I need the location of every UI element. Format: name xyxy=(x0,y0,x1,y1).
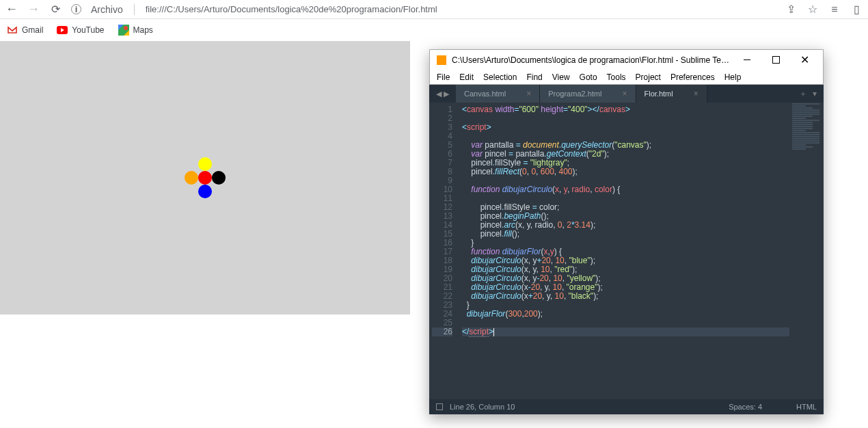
bookmark-label: Gmail xyxy=(22,25,43,35)
forward-button[interactable]: → xyxy=(27,2,40,16)
line-number: 26 xyxy=(432,327,452,336)
flower-petal xyxy=(198,157,212,171)
code-line[interactable] xyxy=(462,319,824,327)
tab-label: Programa2.html xyxy=(548,90,601,98)
statusbar: Line 26, Column 10 Spaces: 4 HTML xyxy=(429,399,824,414)
gutter: 1234567891011121314151617181920212223242… xyxy=(429,103,458,399)
tab-close-icon[interactable]: × xyxy=(622,89,627,98)
editor-tab[interactable]: Programa2.html× xyxy=(540,85,636,103)
editor-tab[interactable]: Canvas.html× xyxy=(456,85,540,103)
editor-tab[interactable]: Flor.html× xyxy=(636,85,707,103)
editor[interactable]: 1234567891011121314151617181920212223242… xyxy=(429,103,824,399)
reading-list-icon[interactable]: ≡ xyxy=(828,3,841,16)
code-line[interactable]: </script> xyxy=(462,327,824,336)
bookmark-youtube[interactable]: YouTube xyxy=(57,25,104,36)
bookmark-gmail[interactable]: Gmail xyxy=(7,25,43,36)
menu-preferences[interactable]: Preferences xyxy=(670,72,715,82)
share-icon[interactable]: ⇪ xyxy=(785,3,797,16)
panel-toggle-icon[interactable] xyxy=(436,403,443,410)
svg-point-6 xyxy=(124,26,128,30)
menu-tools[interactable]: Tools xyxy=(607,72,626,82)
menu-goto[interactable]: Goto xyxy=(580,72,597,82)
tab-label: Canvas.html xyxy=(464,90,506,98)
maps-icon xyxy=(118,25,129,36)
account-icon[interactable]: ▯ xyxy=(850,3,863,16)
tab-close-icon[interactable]: × xyxy=(694,89,699,98)
flower-petal xyxy=(198,171,212,185)
bookmark-maps[interactable]: Maps xyxy=(118,25,153,36)
url-scheme-label: Archivo xyxy=(91,4,123,15)
menu-selection[interactable]: Selection xyxy=(483,72,517,82)
sublime-logo-icon xyxy=(437,55,446,65)
menu-project[interactable]: Project xyxy=(636,72,661,82)
browser-nav-bar: ← → ⟳ i Archivo file:///C:/Users/Arturo/… xyxy=(0,0,868,19)
youtube-icon xyxy=(57,25,68,36)
new-tab-button[interactable]: ＋ xyxy=(799,88,807,100)
tab-scroll-arrows[interactable]: ◀ ▶ xyxy=(429,85,456,103)
window-title: C:\Users\Arturo\Documents\logica de prog… xyxy=(452,55,730,65)
bookmarks-bar: Gmail YouTube Maps xyxy=(0,19,868,41)
url-separator xyxy=(134,4,135,15)
star-icon[interactable]: ☆ xyxy=(806,3,819,16)
flower-petal xyxy=(185,171,198,185)
info-icon[interactable]: i xyxy=(71,4,81,14)
code-line[interactable]: <canvas width="600" height="400"></canva… xyxy=(462,105,824,114)
bookmark-label: YouTube xyxy=(72,25,104,35)
menubar: FileEditSelectionFindViewGotoToolsProjec… xyxy=(429,70,824,85)
code-line[interactable]: <script> xyxy=(462,123,824,132)
bookmark-label: Maps xyxy=(133,25,153,35)
back-button[interactable]: ← xyxy=(5,2,18,16)
code-line[interactable]: pincel.fill(); xyxy=(462,230,824,239)
tab-menu-button[interactable]: ▾ xyxy=(813,89,817,98)
url-text[interactable]: file:///C:/Users/Arturo/Documents/logica… xyxy=(146,4,437,14)
menu-view[interactable]: View xyxy=(552,72,570,82)
flower-petal xyxy=(198,185,212,198)
tab-label: Flor.html xyxy=(645,90,673,98)
menu-file[interactable]: File xyxy=(437,72,450,82)
minimap[interactable] xyxy=(789,103,824,399)
status-language[interactable]: HTML xyxy=(796,403,817,411)
page-canvas xyxy=(0,41,410,315)
editor-tabbar: ◀ ▶ Canvas.html×Programa2.html×Flor.html… xyxy=(429,85,824,103)
menu-find[interactable]: Find xyxy=(526,72,542,82)
sublime-window: C:\Users\Arturo\Documents\logica de prog… xyxy=(429,49,824,414)
status-cursor-pos: Line 26, Column 10 xyxy=(450,403,515,411)
status-indent[interactable]: Spaces: 4 xyxy=(729,403,762,411)
code-line[interactable] xyxy=(462,114,824,123)
maximize-button[interactable] xyxy=(764,53,787,68)
reload-button[interactable]: ⟳ xyxy=(49,3,62,16)
code-area[interactable]: <canvas width="600" height="400"></canva… xyxy=(458,103,824,399)
close-button[interactable]: ✕ xyxy=(793,53,816,68)
menu-edit[interactable]: Edit xyxy=(459,72,474,82)
gmail-icon xyxy=(7,25,18,36)
minimize-button[interactable] xyxy=(735,53,759,68)
titlebar[interactable]: C:\Users\Arturo\Documents\logica de prog… xyxy=(429,49,824,70)
tab-close-icon[interactable]: × xyxy=(526,89,531,98)
flower-petal xyxy=(212,171,226,185)
code-line[interactable]: function dibujarCirculo(x, y, radio, col… xyxy=(462,185,824,194)
code-line[interactable]: dibujarFlor(300,200); xyxy=(462,310,824,319)
code-line[interactable]: dibujarCirculo(x+20, y, 10, "black"); xyxy=(462,292,824,301)
code-line[interactable]: pincel.fillRect(0, 0, 600, 400); xyxy=(462,168,824,176)
menu-help[interactable]: Help xyxy=(724,72,742,82)
